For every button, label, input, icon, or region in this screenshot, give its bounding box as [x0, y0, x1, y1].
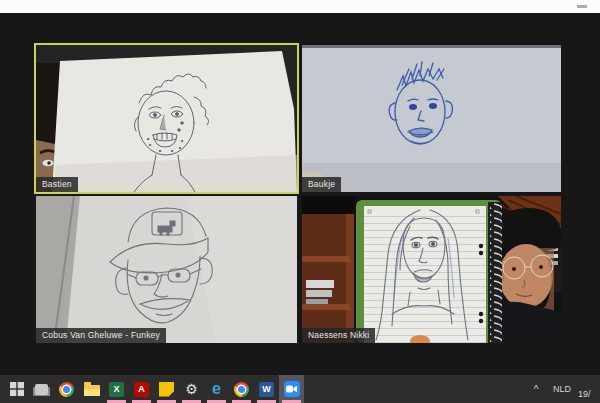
- task-view-button[interactable]: [29, 375, 54, 403]
- settings-gear-icon: ⚙: [185, 382, 198, 396]
- participant-name-label: Cobus Van Gheluwe - Funkey: [36, 328, 166, 344]
- hidden-icons-chevron[interactable]: ^: [526, 384, 546, 395]
- zoom-icon: [284, 381, 300, 397]
- settings-button[interactable]: ⚙: [179, 375, 204, 403]
- excel-icon: X: [109, 382, 124, 397]
- language-indicator[interactable]: NLD: [546, 384, 578, 394]
- video-tile-bastien[interactable]: Bastien: [36, 45, 297, 192]
- word-icon: W: [259, 382, 274, 397]
- minimize-icon[interactable]: [577, 5, 587, 8]
- task-view-icon: [35, 384, 48, 395]
- webcam-video-drawing-bastien: [36, 45, 297, 192]
- file-explorer-button[interactable]: [79, 375, 104, 403]
- webcam-video-nikki: [302, 196, 561, 343]
- chrome-button[interactable]: [54, 375, 79, 403]
- video-camera-icon: [286, 385, 297, 393]
- participant-name-label: Naessens Nikki: [302, 328, 375, 344]
- excel-button[interactable]: X: [104, 375, 129, 403]
- chrome-button-2[interactable]: [229, 375, 254, 403]
- webcam-video-drawing-cobus: [36, 196, 297, 343]
- desktop: Bastien: [0, 0, 600, 403]
- start-icon: [10, 382, 24, 396]
- webcam-video-drawing-baukje: [302, 45, 561, 192]
- meeting-gallery: Bastien: [0, 13, 600, 375]
- edge-icon: e: [212, 381, 221, 397]
- participant-name-label: Baukje: [302, 177, 341, 193]
- sticky-notes-icon: [159, 382, 174, 397]
- chrome-icon: [59, 382, 74, 397]
- taskbar-clock[interactable]: 19/: [578, 389, 600, 399]
- system-tray: ^ NLD 19/: [526, 375, 600, 403]
- participant-name-label: Bastien: [36, 177, 78, 193]
- video-tile-baukje[interactable]: Baukje: [302, 45, 561, 192]
- word-button[interactable]: W: [254, 375, 279, 403]
- video-tile-cobus[interactable]: Cobus Van Gheluwe - Funkey: [36, 196, 297, 343]
- taskbar: X A ⚙ e W ^ NLD: [0, 375, 600, 403]
- file-explorer-icon: [84, 385, 100, 396]
- start-button[interactable]: [4, 375, 29, 403]
- acrobat-button[interactable]: A: [129, 375, 154, 403]
- acrobat-icon: A: [134, 382, 149, 397]
- video-tile-nikki[interactable]: Naessens Nikki: [302, 196, 561, 343]
- window-titlebar: [0, 0, 600, 13]
- zoom-button[interactable]: [279, 375, 304, 403]
- chrome-icon-2: [234, 382, 249, 397]
- edge-button[interactable]: e: [204, 375, 229, 403]
- sticky-notes-button[interactable]: [154, 375, 179, 403]
